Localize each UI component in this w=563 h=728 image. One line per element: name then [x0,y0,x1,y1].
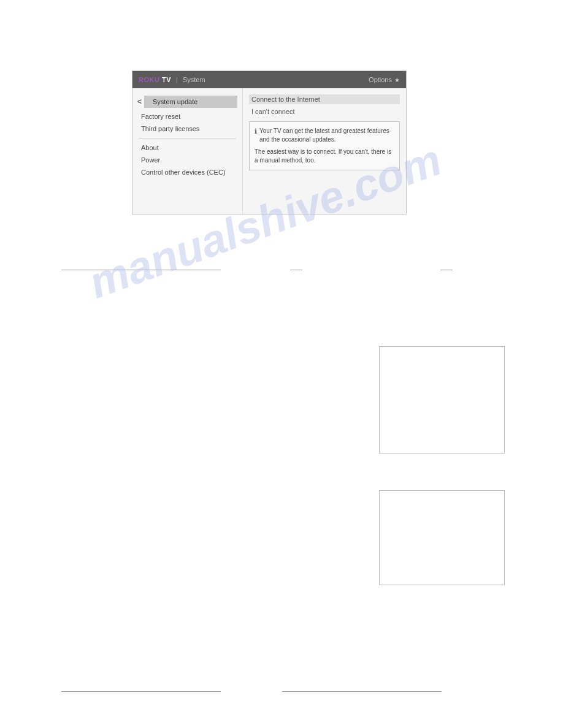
options-label: Options [369,76,392,83]
bottom-line-left [61,691,221,692]
bottom-line-right [282,691,442,692]
tv-screen: ROKU TV | System Options ★ < System upda… [132,70,407,214]
star-icon: ★ [394,77,400,83]
menu-item-factory-reset[interactable]: Factory reset [132,110,242,123]
tv-header: ROKU TV | System Options ★ [132,71,406,88]
info-box-header: ℹ Your TV can get the latest and greates… [255,127,394,144]
right-panel-subtitle[interactable]: I can't connect [249,107,400,116]
tv-header-left: ROKU TV | System [139,76,205,83]
header-separator: | [176,76,178,83]
info-box: ℹ Your TV can get the latest and greates… [249,121,400,170]
decorative-line-left [61,270,221,270]
menu-item-power[interactable]: Power [132,154,242,166]
decorative-line-mid [290,270,302,270]
info-icon: ℹ [255,127,257,136]
roku-brand-highlight: ROKU [139,76,159,83]
tv-content: < System update Factory reset Third part… [132,88,406,214]
content-box-1 [379,346,505,453]
info-text-line2: The easiest way is to connect. If you ca… [255,148,394,165]
back-arrow-icon: < [137,97,142,106]
right-panel-title: Connect to the Internet [249,94,400,104]
menu-item-about[interactable]: About [132,142,242,154]
decorative-line-right [440,270,453,270]
header-section: System [183,76,205,83]
menu-divider [139,138,236,138]
menu-item-cec[interactable]: Control other devices (CEC) [132,166,242,178]
menu-back-row[interactable]: < System update [132,93,242,110]
roku-logo: ROKU TV [139,76,171,83]
tv-menu: < System update Factory reset Third part… [132,88,243,214]
info-text-line1: Your TV can get the latest and greatest … [259,127,394,144]
header-options[interactable]: Options ★ [369,76,400,83]
menu-item-third-party[interactable]: Third party licenses [132,123,242,135]
content-box-2 [379,490,505,585]
menu-item-system-update[interactable]: System update [144,96,237,108]
tv-right-panel: Connect to the Internet I can't connect … [243,88,406,214]
